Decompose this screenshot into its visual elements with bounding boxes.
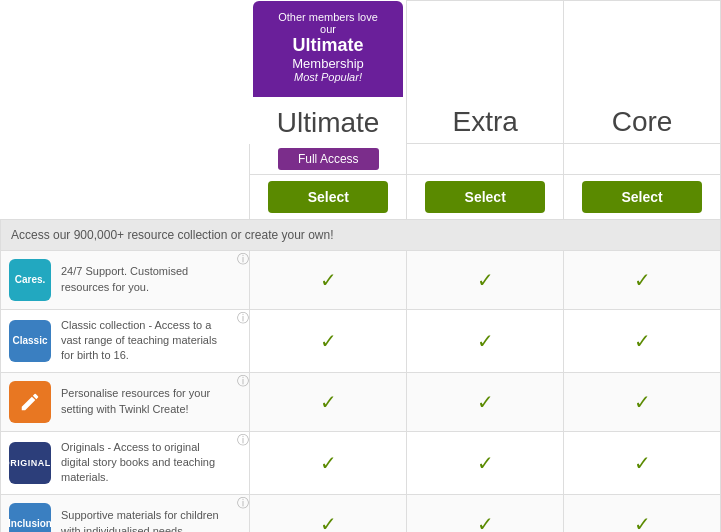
feature-description: 24/7 Support. Customised resources for y…: [61, 264, 229, 295]
plan-name-core: Core: [564, 96, 720, 143]
feature-badge-create: [9, 381, 51, 423]
feature-description: Originals - Access to original digital s…: [61, 440, 229, 486]
full-access-badge: Full Access: [278, 148, 379, 170]
plan-name-ultimate: Ultimate: [250, 97, 406, 144]
check-inclusion-plan-0: ✓: [250, 494, 407, 532]
check-classic-plan-0: ✓: [250, 309, 407, 372]
checkmark-icon: ✓: [634, 330, 651, 352]
checkmark-icon: ✓: [634, 452, 651, 474]
check-cares-plan-0: ✓: [250, 250, 407, 309]
table-row: ⓘ Cares. 24/7 Support. Customised resour…: [1, 250, 721, 309]
feature-description: Supportive materials for children with i…: [61, 508, 229, 532]
check-create-plan-1: ✓: [407, 372, 564, 431]
check-cares-plan-1: ✓: [407, 250, 564, 309]
check-cares-plan-2: ✓: [564, 250, 721, 309]
feature-badge-originals: ORIGINALS: [9, 442, 51, 484]
info-icon[interactable]: ⓘ: [237, 373, 249, 390]
promo-subtitle: Membership: [273, 56, 383, 71]
section-header: Access our 900,000+ resource collection …: [1, 219, 721, 250]
check-create-plan-0: ✓: [250, 372, 407, 431]
table-row: ⓘ Classic Classic collection - Access to…: [1, 309, 721, 372]
checkmark-icon: ✓: [634, 391, 651, 413]
feature-description: Classic collection - Access to a vast ra…: [61, 318, 229, 364]
feature-badge-inclusion: Inclusion: [9, 503, 51, 532]
table-row: ⓘ Personalise resources for your setting…: [1, 372, 721, 431]
table-row: ⓘ Inclusion Supportive materials for chi…: [1, 494, 721, 532]
check-originals-plan-0: ✓: [250, 431, 407, 494]
checkmark-icon: ✓: [634, 513, 651, 532]
checkmark-icon: ✓: [477, 330, 494, 352]
checkmark-icon: ✓: [320, 513, 337, 532]
checkmark-icon: ✓: [477, 391, 494, 413]
select-button-extra[interactable]: Select: [425, 181, 545, 213]
feature-badge-cares: Cares.: [9, 259, 51, 301]
check-create-plan-2: ✓: [564, 372, 721, 431]
check-classic-plan-1: ✓: [407, 309, 564, 372]
checkmark-icon: ✓: [477, 513, 494, 532]
checkmark-icon: ✓: [477, 269, 494, 291]
select-button-core[interactable]: Select: [582, 181, 702, 213]
checkmark-icon: ✓: [320, 330, 337, 352]
info-icon[interactable]: ⓘ: [237, 495, 249, 512]
check-inclusion-plan-1: ✓: [407, 494, 564, 532]
info-icon[interactable]: ⓘ: [237, 432, 249, 449]
check-inclusion-plan-2: ✓: [564, 494, 721, 532]
promo-line1: Other members love our: [273, 11, 383, 35]
feature-description: Personalise resources for your setting w…: [61, 386, 229, 417]
feature-badge-classic: Classic: [9, 320, 51, 362]
check-classic-plan-2: ✓: [564, 309, 721, 372]
check-originals-plan-1: ✓: [407, 431, 564, 494]
select-button-ultimate[interactable]: Select: [268, 181, 388, 213]
plan-name-extra: Extra: [407, 96, 563, 143]
checkmark-icon: ✓: [320, 391, 337, 413]
promo-title: Ultimate: [273, 35, 383, 56]
info-icon[interactable]: ⓘ: [237, 310, 249, 327]
checkmark-icon: ✓: [320, 269, 337, 291]
info-icon[interactable]: ⓘ: [237, 251, 249, 268]
checkmark-icon: ✓: [477, 452, 494, 474]
check-originals-plan-2: ✓: [564, 431, 721, 494]
checkmark-icon: ✓: [320, 452, 337, 474]
checkmark-icon: ✓: [634, 269, 651, 291]
table-row: ⓘ ORIGINALS Originals - Access to origin…: [1, 431, 721, 494]
popular-badge: Most Popular!: [273, 71, 383, 83]
